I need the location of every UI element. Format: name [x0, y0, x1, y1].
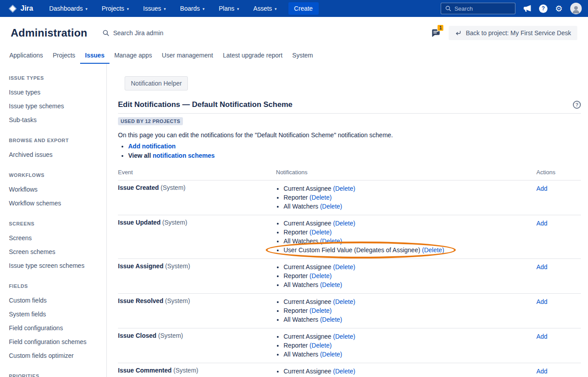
- topnav-menu-assets[interactable]: Assets▾: [246, 0, 284, 17]
- delete-link[interactable]: (Delete): [309, 194, 332, 201]
- sidebar-section-heading: SCREENS: [9, 221, 102, 226]
- create-button[interactable]: Create: [288, 2, 319, 15]
- notification-item: All Watchers (Delete): [284, 315, 536, 324]
- topnav-menu-boards[interactable]: Boards▾: [173, 0, 212, 17]
- event-cell: Issue Updated (System): [118, 215, 276, 259]
- sidebar-item-custom-fields[interactable]: Custom fields: [9, 294, 102, 307]
- notification-item: All Watchers (Delete): [284, 237, 536, 246]
- back-to-project-label: Back to project: My First Service Desk: [466, 29, 571, 37]
- tab-projects[interactable]: Projects: [48, 47, 81, 64]
- add-notification-list-item: Add notification: [128, 141, 581, 151]
- add-notification-row-link[interactable]: Add: [536, 333, 547, 340]
- notification-schemes-link[interactable]: notification schemes: [153, 152, 215, 159]
- delete-link[interactable]: (Delete): [309, 342, 332, 349]
- delete-link[interactable]: (Delete): [320, 238, 342, 245]
- feedback-megaphone-icon[interactable]: [523, 4, 531, 13]
- notification-label: Reporter: [284, 342, 309, 349]
- admin-search[interactable]: [102, 29, 191, 37]
- sidebar-item-workflows[interactable]: Workflows: [9, 183, 102, 197]
- notification-row: Issue Created (System)Current Assignee (…: [118, 180, 581, 215]
- navbar-search[interactable]: [441, 3, 515, 14]
- event-cell: Issue Created (System): [118, 180, 276, 215]
- notification-helper-button[interactable]: Notification Helper: [125, 76, 188, 90]
- sidebar-item-issue-type-schemes[interactable]: Issue type schemes: [9, 99, 102, 113]
- user-avatar[interactable]: [570, 3, 582, 14]
- tab-manage-apps[interactable]: Manage apps: [109, 47, 157, 64]
- intro-text: On this page you can edit the notificati…: [118, 131, 581, 139]
- sidebar-item-screen-schemes[interactable]: Screen schemes: [9, 245, 102, 259]
- sidebar-item-field-configurations[interactable]: Field configurations: [9, 321, 102, 335]
- notification-label: Reporter: [284, 229, 309, 236]
- sidebar-section-heading: FIELDS: [9, 283, 102, 289]
- delete-link[interactable]: (Delete): [333, 263, 355, 270]
- sidebar-item-sub-tasks[interactable]: Sub-tasks: [9, 113, 102, 127]
- topnav-menu-dashboards[interactable]: Dashboards▾: [42, 0, 94, 17]
- gear-icon[interactable]: ⚙: [555, 4, 563, 13]
- delete-link[interactable]: (Delete): [333, 185, 355, 192]
- delete-link[interactable]: (Delete): [333, 333, 355, 340]
- sidebar-section-heading: ISSUE TYPES: [9, 75, 102, 81]
- delete-link[interactable]: (Delete): [320, 203, 342, 210]
- tab-latest-upgrade-report[interactable]: Latest upgrade report: [218, 47, 288, 64]
- event-cell: Issue Assigned (System): [118, 259, 276, 294]
- sidebar-item-custom-fields-optimizer[interactable]: Custom fields optimizer: [9, 349, 102, 363]
- actions-cell: Add: [536, 215, 581, 259]
- delete-link[interactable]: (Delete): [309, 307, 332, 314]
- notification-row: Issue Updated (System)Current Assignee (…: [118, 215, 581, 259]
- help-icon[interactable]: ?: [539, 4, 547, 13]
- topnav-menu-projects[interactable]: Projects▾: [95, 0, 136, 17]
- back-to-project-button[interactable]: Back to project: My First Service Desk: [449, 26, 577, 40]
- admin-tabs: ApplicationsProjectsIssuesManage appsUse…: [0, 47, 588, 64]
- help-circle-icon[interactable]: ?: [573, 101, 581, 109]
- used-by-projects-badge[interactable]: USED BY 12 PROJECTS: [118, 117, 183, 125]
- delete-link[interactable]: (Delete): [320, 281, 342, 288]
- notification-label: All Watchers: [284, 316, 320, 323]
- notification-item: Reporter (Delete): [284, 228, 536, 237]
- notification-list: Current Assignee (Delete)Reporter (Delet…: [276, 367, 536, 377]
- notification-item: Reporter (Delete): [284, 271, 536, 280]
- tab-system[interactable]: System: [288, 47, 318, 64]
- tab-issues[interactable]: Issues: [80, 47, 109, 64]
- add-notification-row-link[interactable]: Add: [536, 263, 547, 270]
- notification-label: Current Assignee: [284, 263, 333, 270]
- notification-item: Current Assignee (Delete): [284, 297, 536, 306]
- sidebar-item-screens[interactable]: Screens: [9, 231, 102, 245]
- jira-logo-text: Jira: [20, 4, 33, 12]
- notifications-bubble-button[interactable]: 1: [431, 28, 441, 38]
- topnav-menu-issues[interactable]: Issues▾: [136, 0, 173, 17]
- sidebar-item-workflow-schemes[interactable]: Workflow schemes: [9, 197, 102, 210]
- event-name: Issue Closed: [118, 332, 156, 339]
- delete-link[interactable]: (Delete): [309, 229, 332, 236]
- add-notification-row-link[interactable]: Add: [536, 298, 547, 305]
- notification-label: Current Assignee: [284, 368, 333, 375]
- delete-link[interactable]: (Delete): [320, 316, 342, 323]
- navbar-search-input[interactable]: [454, 5, 511, 12]
- sidebar-item-archived-issues[interactable]: Archived issues: [9, 148, 102, 162]
- admin-search-input[interactable]: [113, 29, 191, 37]
- menu-label: Issues: [143, 5, 161, 12]
- notifications-table-body: Issue Created (System)Current Assignee (…: [118, 180, 581, 377]
- sidebar-item-issue-type-screen-schemes[interactable]: Issue type screen schemes: [9, 259, 102, 273]
- delete-link[interactable]: (Delete): [422, 246, 444, 254]
- delete-link[interactable]: (Delete): [333, 220, 355, 227]
- jira-logo[interactable]: Jira: [4, 4, 42, 13]
- sidebar-item-system-fields[interactable]: System fields: [9, 307, 102, 321]
- delete-link[interactable]: (Delete): [333, 368, 355, 375]
- add-notification-link[interactable]: Add notification: [128, 143, 176, 150]
- sidebar-nav: ISSUE TYPESIssue typesIssue type schemes…: [0, 64, 107, 377]
- delete-link[interactable]: (Delete): [333, 298, 355, 305]
- admin-header-right: 1 Back to project: My First Service Desk: [431, 26, 577, 40]
- tab-applications[interactable]: Applications: [4, 47, 48, 64]
- delete-link[interactable]: (Delete): [320, 351, 342, 358]
- add-notification-row-link[interactable]: Add: [536, 220, 547, 227]
- add-notification-row-link[interactable]: Add: [536, 185, 547, 192]
- sidebar-item-field-configuration-schemes[interactable]: Field configuration schemes: [9, 335, 102, 349]
- delete-link[interactable]: (Delete): [309, 272, 332, 279]
- topnav-menu-plans[interactable]: Plans▾: [212, 0, 247, 17]
- notification-item: Current Assignee (Delete): [284, 262, 536, 271]
- sidebar-item-issue-types[interactable]: Issue types: [9, 86, 102, 99]
- notification-item: All Watchers (Delete): [284, 202, 536, 211]
- notification-label: Reporter: [284, 307, 309, 314]
- tab-user-management[interactable]: User management: [157, 47, 218, 64]
- add-notification-row-link[interactable]: Add: [536, 368, 547, 375]
